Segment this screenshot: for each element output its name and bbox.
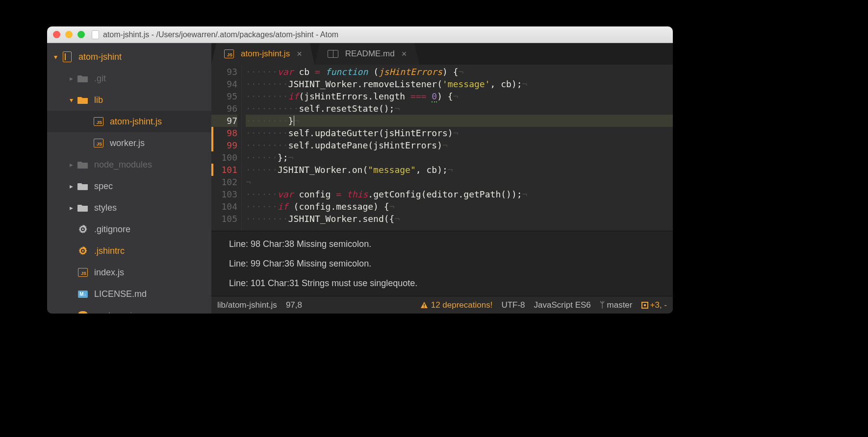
line-number[interactable]: 93: [211, 66, 237, 78]
status-deprecations[interactable]: 12 deprecations!: [420, 300, 493, 310]
code-line[interactable]: ········self.updateGutter(jsHintErrors)¬: [246, 127, 673, 139]
tree-item-label: styles: [94, 203, 117, 213]
code-line[interactable]: ······var cb = function (jsHintErrors) {…: [246, 66, 673, 78]
tab-label: README.md: [345, 49, 395, 59]
line-number[interactable]: 95: [211, 90, 237, 102]
sidebar: ▾ atom-jshint ▸.git▾libJSatom-jshint.jsJ…: [47, 43, 211, 314]
gear-icon: [77, 245, 88, 256]
file-tree: ▾ atom-jshint ▸.git▾libJSatom-jshint.jsJ…: [47, 43, 211, 314]
git-branch-icon: ᛘ: [600, 300, 605, 310]
code-editor[interactable]: 93949596979899100101102103104105 ······v…: [211, 65, 673, 231]
status-bar: lib/atom-jshint.js 97,8 12 deprecations!…: [211, 296, 673, 314]
line-number[interactable]: 99: [211, 139, 237, 151]
tree-item[interactable]: .gitignore: [47, 218, 211, 240]
code-line[interactable]: ········JSHINT_Worker.send({¬: [246, 213, 673, 225]
line-number[interactable]: 94: [211, 78, 237, 90]
tree-item[interactable]: ▸spec: [47, 175, 211, 197]
tree-item[interactable]: .jshintrc: [47, 240, 211, 262]
tree-item[interactable]: ▸.git: [47, 68, 211, 89]
line-number[interactable]: 98: [211, 127, 237, 139]
status-diff-label: +3, -: [650, 300, 667, 310]
tree-item-label: spec: [94, 181, 113, 192]
status-encoding[interactable]: UTF-8: [501, 300, 525, 310]
warning-icon: [420, 301, 428, 309]
tab-label: atom-jshint.js: [241, 49, 290, 59]
code-line[interactable]: ······JSHINT_Worker.on("message", cb);¬: [246, 164, 673, 176]
tree-item[interactable]: ▾lib: [47, 89, 211, 111]
folder-icon: [77, 202, 88, 213]
line-number[interactable]: 105: [211, 213, 237, 225]
tree-item[interactable]: M↓LICENSE.md: [47, 283, 211, 305]
tree-item-label: package.json: [94, 311, 146, 314]
tree-item-label: .jshintrc: [94, 246, 125, 256]
tree-item[interactable]: package.json: [47, 305, 211, 314]
js-file-icon: JS: [77, 267, 88, 278]
tree-item-label: lib: [94, 95, 103, 105]
tree-item[interactable]: JSindex.js: [47, 262, 211, 283]
line-number[interactable]: 101: [211, 164, 237, 176]
js-file-icon: JS: [93, 116, 104, 127]
traffic-lights: [53, 31, 85, 38]
code-line[interactable]: ······};¬: [246, 151, 673, 164]
titlebar: atom-jshint.js - /Users/joewarren/.atom/…: [47, 26, 673, 43]
code-line[interactable]: ······var config = this.getConfig(editor…: [246, 188, 673, 200]
status-deprecations-label: 12 deprecations!: [431, 300, 493, 310]
tree-item-label: .git: [94, 73, 106, 84]
line-number[interactable]: 103: [211, 188, 237, 200]
chevron-right-icon: ▸: [67, 182, 76, 190]
code-line[interactable]: ········self.updatePane(jsHintErrors)¬: [246, 139, 673, 151]
code-text[interactable]: ······var cb = function (jsHintErrors) {…: [242, 65, 673, 231]
repo-icon: [62, 51, 73, 62]
code-line[interactable]: ······if (config.message) {¬: [246, 200, 673, 213]
body: ▾ atom-jshint ▸.git▾libJSatom-jshint.jsJ…: [47, 43, 673, 314]
status-path[interactable]: lib/atom-jshint.js: [217, 300, 277, 310]
line-number[interactable]: 104: [211, 200, 237, 213]
tree-item-label: worker.js: [110, 138, 145, 148]
window: atom-jshint.js - /Users/joewarren/.atom/…: [47, 26, 673, 314]
lint-error[interactable]: Line: 101 Char:31 Strings must use singl…: [229, 273, 673, 293]
tree-item-label: LICENSE.md: [94, 289, 147, 299]
close-tab-icon[interactable]: ×: [402, 49, 407, 59]
js-file-icon: JS: [93, 138, 104, 148]
gear-icon: [77, 224, 88, 235]
tree-item[interactable]: ▸styles: [47, 197, 211, 218]
editor-pane: JSatom-jshint.js×README.md× 939495969798…: [211, 43, 673, 314]
tree-root[interactable]: ▾ atom-jshint: [47, 46, 211, 68]
folder-icon: [77, 73, 88, 84]
svg-point-0: [79, 311, 87, 314]
status-cursor[interactable]: 97,8: [286, 300, 302, 310]
tree-item[interactable]: ▸node_modules: [47, 154, 211, 175]
lint-error[interactable]: Line: 98 Char:38 Missing semicolon.: [229, 234, 673, 254]
code-line[interactable]: ········}¬: [246, 115, 673, 127]
close-tab-icon[interactable]: ×: [297, 49, 302, 59]
close-window-button[interactable]: [53, 31, 60, 38]
line-number[interactable]: 97: [211, 115, 237, 127]
folder-icon: [77, 181, 88, 192]
folder-icon: [77, 95, 88, 105]
line-number[interactable]: 100: [211, 151, 237, 164]
svg-rect-1: [424, 304, 425, 306]
tree-item[interactable]: JSatom-jshint.js: [47, 111, 211, 132]
line-number[interactable]: 102: [211, 176, 237, 188]
folder-icon: [77, 159, 88, 170]
chevron-right-icon: ▸: [67, 161, 76, 169]
tree-item[interactable]: JSworker.js: [47, 132, 211, 154]
tab[interactable]: README.md×: [315, 43, 420, 65]
lint-error[interactable]: Line: 99 Char:36 Missing semicolon.: [229, 254, 673, 273]
code-line[interactable]: ········JSHINT_Worker.removeListener('me…: [246, 78, 673, 90]
status-language[interactable]: JavaScript ES6: [534, 300, 591, 310]
tab-bar: JSatom-jshint.js×README.md×: [211, 43, 673, 65]
status-diff[interactable]: +3, -: [641, 300, 667, 310]
chevron-down-icon: ▾: [67, 96, 76, 104]
line-number[interactable]: 96: [211, 102, 237, 115]
minimize-window-button[interactable]: [65, 31, 73, 38]
code-line[interactable]: ¬: [246, 176, 673, 188]
code-line[interactable]: ········if(jsHintErrors.length === 0) {¬: [246, 90, 673, 102]
tree-item-label: .gitignore: [94, 224, 130, 235]
chevron-down-icon: ▾: [51, 53, 60, 61]
chevron-right-icon: ▸: [67, 204, 76, 212]
zoom-window-button[interactable]: [77, 31, 85, 38]
status-branch[interactable]: ᛘ master: [600, 300, 633, 310]
code-line[interactable]: ··········self.resetState();¬: [246, 102, 673, 115]
tab[interactable]: JSatom-jshint.js×: [211, 43, 315, 65]
